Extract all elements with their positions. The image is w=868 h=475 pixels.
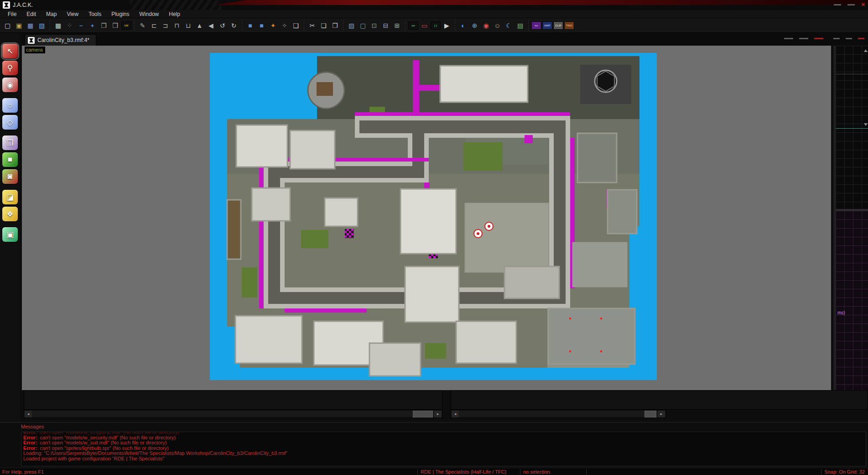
child-close-button[interactable] [814,38,823,39]
show-hidden-button[interactable]: ⊡ [369,20,379,31]
apply-null-texture-button[interactable]: no [531,21,541,30]
apply-clip-texture-button[interactable]: CLIP [553,21,563,30]
bottom-right-scrollbar[interactable]: ◂ ▸ [451,410,666,418]
group-objects-icon: ❑ [293,22,299,29]
selection-tool[interactable]: ↖ [2,44,18,58]
scrollbar-thumb[interactable] [413,411,433,418]
carve-button[interactable]: ✦ [268,20,278,31]
cascade-windows-button[interactable]: ❐ [99,20,109,31]
status-help-text: For Help, press F1 [2,469,44,475]
close-icon[interactable]: ✕ [861,2,865,7]
select-objects-mode-button[interactable]: ■ [256,20,267,31]
menu-plugins[interactable]: Plugins [106,11,134,17]
vertex-tool[interactable]: ❖ [2,207,18,221]
pointer-edit-button[interactable]: ✎ [137,20,148,31]
clipping-tool[interactable]: ◪ [2,190,18,204]
messages-title: Messages [20,423,868,430]
child-minimize-button[interactable] [784,38,793,39]
run-map-button[interactable]: ▶ [442,20,452,31]
cut-button[interactable]: ✂ [307,20,317,31]
autosize-views-button[interactable]: ◐ [458,20,468,31]
align-right-button[interactable]: ⊐ [160,20,171,31]
new-file-button[interactable]: ▢ [2,20,13,31]
menu-help[interactable]: Help [164,11,185,17]
scroll-left-arrow-icon[interactable]: ◂ [25,411,32,418]
toggle-grid-dots-button[interactable]: ⁘ [64,20,75,31]
rotate-ccw-icon: ↺ [220,22,225,29]
scroll-up-arrow-icon[interactable] [864,49,868,52]
scroll-right-arrow-icon[interactable]: ▸ [658,411,665,418]
hide-unselected-button[interactable]: ▢ [358,20,368,31]
menu-view[interactable]: View [62,11,83,17]
child2-restore-button[interactable] [846,38,852,39]
child-restore-button[interactable] [799,38,808,39]
magnify-tool[interactable]: ⚲ [2,61,18,75]
cordon-bounds-button[interactable]: ▭ [419,20,430,31]
bottom-left-view-sliver[interactable] [24,390,442,410]
select-inside-button[interactable]: ⊞ [392,20,402,31]
scroll-right-arrow-icon[interactable]: ▸ [434,411,442,418]
entity-tool[interactable]: ☼ [2,98,18,113]
select-touching-button[interactable]: ⊟ [380,20,391,31]
uv-lock-icon: UV [125,24,128,27]
open-file-button[interactable]: ▣ [14,20,24,31]
apply-hint-texture-button[interactable]: HINT [542,21,552,30]
scrollbar-thumb[interactable] [645,411,656,418]
save-all-button[interactable]: ▧ [36,20,47,31]
copy-button[interactable]: ❏ [318,20,329,31]
child2-minimize-button[interactable] [833,38,840,39]
path-tool[interactable]: ▣ [2,227,18,242]
scroll-left-arrow-icon[interactable]: ◂ [452,411,459,418]
edit-cordon-button[interactable]: [ ] [431,21,441,30]
hide-selected-button[interactable]: ▨ [346,20,357,31]
side-2d-view[interactable]: ms) [833,46,868,390]
align-left-icon: ⊏ [151,22,157,29]
texture-browser-button[interactable]: ▤ [515,20,525,31]
paste-button[interactable]: ❐ [330,20,340,31]
select-groups-mode-button[interactable]: ■ [245,20,255,31]
group-objects-button[interactable]: ❑ [291,20,301,31]
tab-carolincity-b3[interactable]: CarolinCity_b3.rmf:4* [25,34,96,46]
tile-windows-button[interactable]: ❒ [110,20,120,31]
cut-icon: ✂ [310,22,315,29]
child2-close-button[interactable] [858,38,864,39]
rotate-ccw-button[interactable]: ↺ [217,20,228,31]
menu-file[interactable]: File [3,11,21,17]
bottom-right-view-sliver[interactable] [451,390,868,410]
menu-edit[interactable]: Edit [21,11,41,17]
uv-lock-button[interactable]: UV [121,21,131,30]
texture-lock-button[interactable]: uv [408,21,418,30]
camera-viewport[interactable]: camera [22,46,831,390]
rotate-cw-button[interactable]: ↻ [229,20,239,31]
messages-panel: Messages Error: can't open "models/w_lon… [0,422,868,468]
align-left-button[interactable]: ⊏ [149,20,159,31]
texture-application-tool[interactable]: ❒ [2,136,18,150]
maximize-button[interactable] [847,4,855,5]
flip-horizontal-button[interactable]: ◀ [206,20,216,31]
go-to-player-start-button[interactable]: ☺ [492,20,503,31]
align-top-button[interactable]: ⊓ [172,20,182,31]
apply-current-texture-tool[interactable]: ■ [2,152,18,167]
menu-window[interactable]: Window [135,11,164,17]
camera-tool[interactable]: ◉ [2,78,18,92]
make-hollow-button[interactable]: ✧ [279,20,290,31]
messages-log[interactable]: Error: can't open "models/w_longjump.mdl… [21,432,866,466]
brush-tool[interactable]: ◇ [2,115,18,130]
align-bottom-button[interactable]: ⊔ [183,20,193,31]
bottom-left-scrollbar[interactable]: ◂ ▸ [24,410,442,418]
hide-unselected-icon: ▢ [360,22,366,29]
sky-preview-button[interactable]: ☾ [504,20,514,31]
scroll-down-arrow-icon[interactable] [864,123,868,126]
go-to-coordinates-button[interactable]: ◉ [481,20,491,31]
toggle-grid-button[interactable]: ▦ [53,20,63,31]
apply-decals-tool[interactable]: ◙ [2,169,18,184]
menu-tools[interactable]: Tools [83,11,106,17]
apply-trigger-texture-button[interactable]: TRIG [564,21,574,30]
flip-vertical-button[interactable]: ▲ [194,20,205,31]
larger-grid-button[interactable]: + [87,20,98,31]
menu-map[interactable]: Map [41,11,62,17]
minimize-button[interactable] [834,4,841,5]
smaller-grid-button[interactable]: − [76,20,86,31]
save-file-button[interactable]: ▦ [25,20,36,31]
center-views-button[interactable]: ⊕ [469,20,480,31]
